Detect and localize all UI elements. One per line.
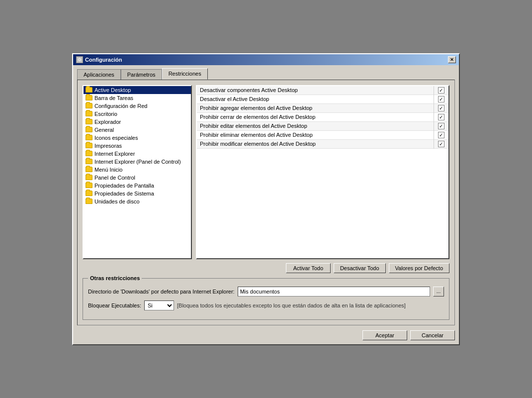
folder-icon (86, 111, 92, 116)
checkbox-checked-icon[interactable]: ✓ (438, 96, 444, 102)
restriction-checkbox-cell[interactable]: ✓ (434, 86, 448, 95)
bottom-buttons-row: Aceptar Cancelar (77, 330, 455, 340)
otras-restricciones-legend: Otras restricciones (88, 275, 142, 281)
checkbox-checked-icon[interactable]: ✓ (438, 132, 444, 138)
list-item[interactable]: Configuración de Red (84, 102, 191, 110)
aceptar-button[interactable]: Aceptar (362, 330, 407, 340)
list-item-label: Internet Explorer (94, 151, 135, 157)
restriction-label: Prohibir modificar elementos del Active … (197, 139, 434, 148)
desactivar-todo-button[interactable]: Desactivar Todo (334, 263, 386, 273)
list-item[interactable]: Propiedades de Sistema (84, 190, 191, 198)
cancelar-button[interactable]: Cancelar (410, 330, 455, 340)
folder-icon (86, 167, 92, 172)
folder-icon (86, 191, 92, 196)
window-title: Configuración (85, 57, 122, 63)
folder-icon (86, 143, 92, 148)
list-item[interactable]: Panel de Control (84, 174, 191, 182)
checkbox-checked-icon[interactable]: ✓ (438, 141, 444, 147)
download-dir-input[interactable] (238, 287, 430, 297)
folder-icon (86, 127, 92, 132)
restriction-checkbox-cell[interactable]: ✓ (434, 139, 448, 148)
window-icon: ⚙ (76, 56, 83, 63)
category-list[interactable]: Active DesktopBarra de TareasConfiguraci… (83, 85, 192, 259)
window-content: Aplicaciones Parámetros Restricciones Ac… (73, 65, 459, 344)
list-item-label: Unidades de disco (94, 199, 140, 204)
list-item-label: Explorador (94, 119, 121, 125)
restriction-label: Desactivar componentes Active Desktop (197, 86, 434, 95)
restrictions-table: Desactivar componentes Active Desktop✓De… (197, 86, 448, 149)
list-item[interactable]: Menú Inicio (84, 166, 191, 174)
valores-por-defecto-button[interactable]: Valores por Defecto (389, 263, 449, 273)
action-buttons-row: Activar Todo Desactivar Todo Valores por… (83, 263, 449, 273)
folder-icon (86, 87, 92, 93)
download-dir-label: Directorio de 'Downloads' por defecto pa… (88, 289, 235, 295)
folder-icon (86, 159, 92, 164)
tab-aplicaciones[interactable]: Aplicaciones (77, 69, 121, 80)
list-item[interactable]: Barra de Tareas (84, 94, 191, 102)
folder-icon (86, 95, 92, 100)
download-dir-row: Directorio de 'Downloads' por defecto pa… (88, 287, 444, 297)
tabs-container: Aplicaciones Parámetros Restricciones (77, 68, 455, 80)
restriction-checkbox-cell[interactable]: ✓ (434, 121, 448, 130)
list-item[interactable]: Explorador (84, 118, 191, 126)
list-item-label: Propiedades de Sistema (94, 191, 154, 197)
bloquear-select[interactable]: SiNo (144, 300, 174, 310)
list-item-label: Menú Inicio (94, 167, 122, 173)
list-item-label: Impresoras (94, 143, 122, 149)
restriction-checkbox-cell[interactable]: ✓ (434, 130, 448, 139)
tab-restricciones[interactable]: Restricciones (162, 68, 208, 80)
folder-icon (86, 175, 92, 180)
list-item[interactable]: Impresoras (84, 142, 191, 150)
main-area: Active DesktopBarra de TareasConfiguraci… (83, 85, 449, 259)
folder-icon (86, 119, 92, 124)
checkbox-checked-icon[interactable]: ✓ (438, 87, 444, 94)
main-window: ⚙ Configuración ✕ Aplicaciones Parámetro… (72, 53, 460, 345)
restriction-label: Desactivar el Active Desktop (197, 95, 434, 103)
list-item[interactable]: Internet Explorer (84, 150, 191, 158)
table-row[interactable]: Prohibir eliminar elementos del Active D… (197, 130, 448, 139)
list-item[interactable]: Unidades de disco (84, 198, 191, 205)
folder-icon (86, 183, 92, 188)
checkbox-checked-icon[interactable]: ✓ (438, 105, 444, 111)
table-row[interactable]: Prohibir modificar elementos del Active … (197, 139, 448, 148)
bloquear-row: Bloquear Ejecutables: SiNo [Bloquea todo… (88, 300, 444, 310)
folder-icon (86, 199, 92, 204)
table-row[interactable]: Prohibir agregar elementos del Active De… (197, 103, 448, 112)
bloquear-label: Bloquear Ejecutables: (88, 302, 141, 308)
bloquear-info: [Bloquea todos los ejecutables excepto l… (177, 302, 406, 308)
folder-icon (86, 151, 92, 156)
list-item-label: Panel de Control (94, 175, 135, 181)
tab-parametros[interactable]: Parámetros (121, 69, 162, 80)
otras-restricciones-group: Otras restricciones Directorio de 'Downl… (83, 278, 449, 320)
browse-button[interactable]: ... (433, 287, 444, 297)
restriction-checkbox-cell[interactable]: ✓ (434, 112, 448, 121)
list-item[interactable]: Internet Explorer (Panel de Control) (84, 158, 191, 166)
title-bar-left: ⚙ Configuración (76, 56, 122, 63)
list-item[interactable]: Iconos especiales (84, 134, 191, 142)
list-item-label: Barra de Tareas (94, 95, 133, 101)
restriction-checkbox-cell[interactable]: ✓ (434, 95, 448, 103)
table-row[interactable]: Prohibir editar elementos del Active Des… (197, 121, 448, 130)
list-item-label: General (94, 127, 114, 133)
list-item-label: Internet Explorer (Panel de Control) (94, 159, 181, 165)
restriction-label: Prohibir eliminar elementos del Active D… (197, 130, 434, 139)
list-item[interactable]: General (84, 126, 191, 134)
list-item-label: Propiedades de Pantalla (94, 183, 154, 189)
list-item[interactable]: Propiedades de Pantalla (84, 182, 191, 190)
tab-content: Active DesktopBarra de TareasConfiguraci… (77, 80, 455, 325)
list-item-label: Escritorio (94, 111, 117, 117)
folder-icon (86, 103, 92, 108)
table-row[interactable]: Prohibir cerrar de elementos del Active … (197, 112, 448, 121)
list-item[interactable]: Escritorio (84, 110, 191, 118)
folder-icon (86, 135, 92, 140)
activar-todo-button[interactable]: Activar Todo (286, 263, 331, 273)
list-item[interactable]: Active Desktop (84, 86, 191, 94)
restriction-checkbox-cell[interactable]: ✓ (434, 103, 448, 112)
checkbox-checked-icon[interactable]: ✓ (438, 114, 444, 120)
close-button[interactable]: ✕ (448, 56, 456, 63)
table-row[interactable]: Desactivar componentes Active Desktop✓ (197, 86, 448, 95)
table-row[interactable]: Desactivar el Active Desktop✓ (197, 95, 448, 103)
checkbox-checked-icon[interactable]: ✓ (438, 123, 444, 129)
restriction-label: Prohibir editar elementos del Active Des… (197, 121, 434, 130)
list-item-label: Configuración de Red (94, 103, 147, 109)
